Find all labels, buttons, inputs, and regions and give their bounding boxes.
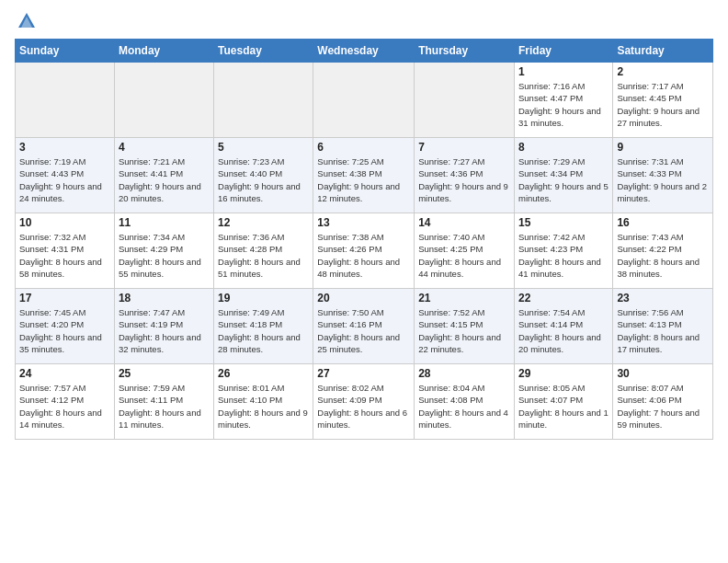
day-info: Sunrise: 7:42 AMSunset: 4:23 PMDaylight:… <box>518 231 609 280</box>
weekday-header-sunday: Sunday <box>16 40 115 63</box>
day-info: Sunrise: 7:45 AMSunset: 4:20 PMDaylight:… <box>19 306 110 355</box>
day-info: Sunrise: 7:31 AMSunset: 4:33 PMDaylight:… <box>617 155 709 204</box>
header <box>15 11 713 31</box>
calendar-cell: 1Sunrise: 7:16 AMSunset: 4:47 PMDaylight… <box>514 63 612 138</box>
calendar-cell: 21Sunrise: 7:52 AMSunset: 4:15 PMDayligh… <box>415 289 515 364</box>
calendar-cell: 17Sunrise: 7:45 AMSunset: 4:20 PMDayligh… <box>16 289 115 364</box>
weekday-header-thursday: Thursday <box>415 40 515 63</box>
calendar-cell: 11Sunrise: 7:34 AMSunset: 4:29 PMDayligh… <box>114 213 213 289</box>
calendar-table: SundayMondayTuesdayWednesdayThursdayFrid… <box>15 39 713 440</box>
calendar-cell: 9Sunrise: 7:31 AMSunset: 4:33 PMDaylight… <box>613 138 713 213</box>
week-row-1: 1Sunrise: 7:16 AMSunset: 4:47 PMDaylight… <box>16 63 713 138</box>
calendar-cell: 8Sunrise: 7:29 AMSunset: 4:34 PMDaylight… <box>514 138 612 213</box>
day-number: 20 <box>317 292 410 304</box>
calendar-cell: 22Sunrise: 7:54 AMSunset: 4:14 PMDayligh… <box>514 289 612 364</box>
day-info: Sunrise: 7:59 AMSunset: 4:11 PMDaylight:… <box>119 382 210 431</box>
calendar-cell: 29Sunrise: 8:05 AMSunset: 4:07 PMDayligh… <box>514 364 612 440</box>
day-info: Sunrise: 7:27 AMSunset: 4:36 PMDaylight:… <box>418 155 510 204</box>
calendar-cell: 20Sunrise: 7:50 AMSunset: 4:16 PMDayligh… <box>313 289 415 364</box>
calendar-cell: 26Sunrise: 8:01 AMSunset: 4:10 PMDayligh… <box>214 364 313 440</box>
calendar-cell <box>214 63 313 138</box>
day-number: 5 <box>218 141 309 154</box>
day-number: 14 <box>418 216 510 229</box>
weekday-header-row: SundayMondayTuesdayWednesdayThursdayFrid… <box>16 40 713 63</box>
calendar-cell <box>114 63 213 138</box>
day-number: 10 <box>19 216 110 229</box>
day-number: 3 <box>19 141 110 154</box>
day-info: Sunrise: 7:21 AMSunset: 4:41 PMDaylight:… <box>119 155 210 204</box>
day-info: Sunrise: 7:32 AMSunset: 4:31 PMDaylight:… <box>19 231 110 280</box>
day-number: 11 <box>119 216 210 229</box>
calendar-cell: 15Sunrise: 7:42 AMSunset: 4:23 PMDayligh… <box>514 213 612 289</box>
day-number: 18 <box>119 292 210 304</box>
day-info: Sunrise: 8:07 AMSunset: 4:06 PMDaylight:… <box>617 382 709 431</box>
calendar-cell: 27Sunrise: 8:02 AMSunset: 4:09 PMDayligh… <box>313 364 415 440</box>
day-number: 12 <box>218 216 309 229</box>
day-number: 22 <box>518 292 609 304</box>
day-number: 4 <box>119 141 210 154</box>
calendar-cell <box>313 63 415 138</box>
calendar-cell: 16Sunrise: 7:43 AMSunset: 4:22 PMDayligh… <box>613 213 713 289</box>
calendar-cell: 25Sunrise: 7:59 AMSunset: 4:11 PMDayligh… <box>114 364 213 440</box>
day-number: 15 <box>518 216 609 229</box>
day-info: Sunrise: 7:34 AMSunset: 4:29 PMDaylight:… <box>119 231 210 280</box>
calendar-cell: 19Sunrise: 7:49 AMSunset: 4:18 PMDayligh… <box>214 289 313 364</box>
day-number: 7 <box>418 141 510 154</box>
calendar-cell: 7Sunrise: 7:27 AMSunset: 4:36 PMDaylight… <box>415 138 515 213</box>
weekday-header-friday: Friday <box>514 40 612 63</box>
weekday-header-saturday: Saturday <box>613 40 713 63</box>
day-info: Sunrise: 8:01 AMSunset: 4:10 PMDaylight:… <box>218 382 309 431</box>
calendar-cell: 3Sunrise: 7:19 AMSunset: 4:43 PMDaylight… <box>16 138 115 213</box>
day-number: 13 <box>317 216 410 229</box>
calendar-cell <box>415 63 515 138</box>
day-number: 25 <box>119 367 210 380</box>
day-number: 6 <box>317 141 410 154</box>
day-number: 26 <box>218 367 309 380</box>
day-number: 21 <box>418 292 510 304</box>
day-info: Sunrise: 7:43 AMSunset: 4:22 PMDaylight:… <box>617 231 709 280</box>
calendar-cell: 18Sunrise: 7:47 AMSunset: 4:19 PMDayligh… <box>114 289 213 364</box>
calendar-cell: 5Sunrise: 7:23 AMSunset: 4:40 PMDaylight… <box>214 138 313 213</box>
calendar-cell: 4Sunrise: 7:21 AMSunset: 4:41 PMDaylight… <box>114 138 213 213</box>
day-info: Sunrise: 7:29 AMSunset: 4:34 PMDaylight:… <box>518 155 609 204</box>
day-number: 27 <box>317 367 410 380</box>
day-info: Sunrise: 7:36 AMSunset: 4:28 PMDaylight:… <box>218 231 309 280</box>
day-number: 9 <box>617 141 709 154</box>
day-info: Sunrise: 7:25 AMSunset: 4:38 PMDaylight:… <box>317 155 410 204</box>
day-info: Sunrise: 7:19 AMSunset: 4:43 PMDaylight:… <box>19 155 110 204</box>
calendar-cell: 28Sunrise: 8:04 AMSunset: 4:08 PMDayligh… <box>415 364 515 440</box>
calendar-cell: 12Sunrise: 7:36 AMSunset: 4:28 PMDayligh… <box>214 213 313 289</box>
day-info: Sunrise: 8:04 AMSunset: 4:08 PMDaylight:… <box>418 382 510 431</box>
calendar-cell: 23Sunrise: 7:56 AMSunset: 4:13 PMDayligh… <box>613 289 713 364</box>
day-info: Sunrise: 7:38 AMSunset: 4:26 PMDaylight:… <box>317 231 410 280</box>
week-row-3: 10Sunrise: 7:32 AMSunset: 4:31 PMDayligh… <box>16 213 713 289</box>
day-number: 19 <box>218 292 309 304</box>
day-number: 8 <box>518 141 609 154</box>
day-info: Sunrise: 7:40 AMSunset: 4:25 PMDaylight:… <box>418 231 510 280</box>
day-number: 2 <box>617 65 709 78</box>
weekday-header-tuesday: Tuesday <box>214 40 313 63</box>
day-number: 28 <box>418 367 510 380</box>
day-info: Sunrise: 7:56 AMSunset: 4:13 PMDaylight:… <box>617 306 709 355</box>
day-number: 23 <box>617 292 709 304</box>
day-number: 24 <box>19 367 110 380</box>
day-number: 17 <box>19 292 110 304</box>
weekday-header-wednesday: Wednesday <box>313 40 415 63</box>
day-info: Sunrise: 7:50 AMSunset: 4:16 PMDaylight:… <box>317 306 410 355</box>
logo <box>15 11 37 31</box>
day-number: 1 <box>518 65 609 78</box>
day-info: Sunrise: 7:23 AMSunset: 4:40 PMDaylight:… <box>218 155 309 204</box>
calendar-cell: 24Sunrise: 7:57 AMSunset: 4:12 PMDayligh… <box>16 364 115 440</box>
day-info: Sunrise: 7:49 AMSunset: 4:18 PMDaylight:… <box>218 306 309 355</box>
day-number: 30 <box>617 367 709 380</box>
calendar-cell: 6Sunrise: 7:25 AMSunset: 4:38 PMDaylight… <box>313 138 415 213</box>
calendar-cell: 2Sunrise: 7:17 AMSunset: 4:45 PMDaylight… <box>613 63 713 138</box>
day-info: Sunrise: 7:17 AMSunset: 4:45 PMDaylight:… <box>617 80 709 129</box>
day-info: Sunrise: 8:02 AMSunset: 4:09 PMDaylight:… <box>317 382 410 431</box>
calendar-page: SundayMondayTuesdayWednesdayThursdayFrid… <box>0 0 728 563</box>
logo-icon <box>17 11 37 31</box>
weekday-header-monday: Monday <box>114 40 213 63</box>
week-row-5: 24Sunrise: 7:57 AMSunset: 4:12 PMDayligh… <box>16 364 713 440</box>
week-row-2: 3Sunrise: 7:19 AMSunset: 4:43 PMDaylight… <box>16 138 713 213</box>
calendar-cell: 30Sunrise: 8:07 AMSunset: 4:06 PMDayligh… <box>613 364 713 440</box>
